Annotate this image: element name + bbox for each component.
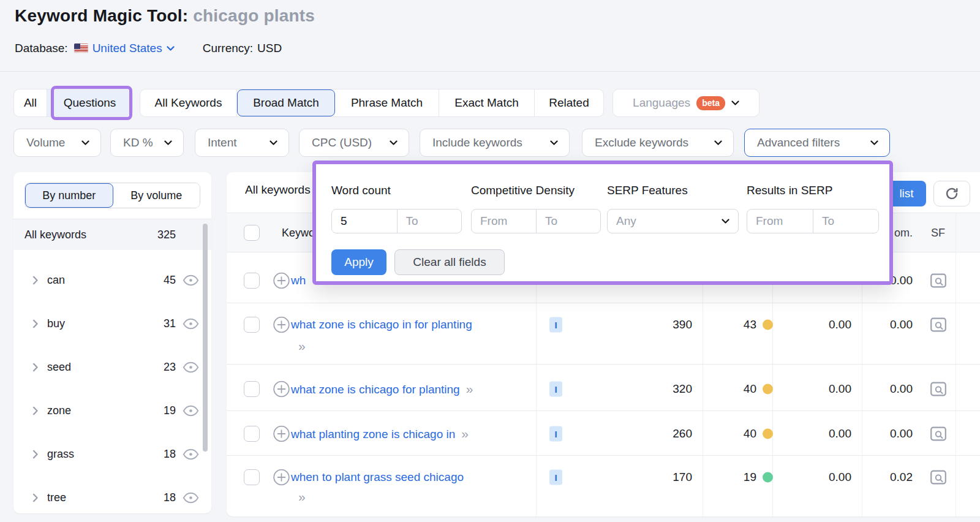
eye-icon[interactable] [183, 448, 199, 460]
sidebar-sort-toggle: By number By volume [24, 183, 200, 208]
eye-icon[interactable] [183, 274, 199, 286]
sidebar-item-zone[interactable]: zone 19 [13, 393, 211, 428]
com-value: 0.00 [851, 382, 913, 396]
sidebar-item-can[interactable]: can 45 [13, 263, 211, 297]
chevron-down-icon [731, 100, 739, 106]
beta-badge: beta [696, 96, 725, 110]
results-in-serp-label: Results in SERP [747, 184, 832, 197]
sidebar-item-all-keywords[interactable]: All keywords 325 [13, 219, 211, 250]
database-value: United States [92, 42, 162, 55]
serp-preview-icon[interactable] [930, 317, 947, 333]
add-keyword-icon[interactable] [273, 381, 290, 398]
add-keyword-icon[interactable] [273, 426, 290, 442]
keyword-link[interactable]: when to plant grass seed chicago [291, 471, 464, 484]
filter-include-keywords[interactable]: Include keywords [420, 129, 570, 157]
filter-advanced-filters[interactable]: Advanced filters [744, 129, 890, 157]
keyword-link[interactable]: what zone is chicago for planting» [291, 382, 471, 396]
expand-keyword-icon[interactable]: » [298, 339, 304, 354]
chevron-right-icon[interactable] [32, 493, 39, 502]
row-checkbox[interactable] [244, 317, 260, 333]
apply-button[interactable]: Apply [331, 249, 386, 275]
results-in-serp-range [747, 209, 879, 233]
add-keyword-icon[interactable] [273, 273, 290, 289]
tab-phrase-match[interactable]: Phrase Match [335, 89, 439, 116]
results-in-serp-from-input[interactable] [747, 210, 813, 233]
clear-all-fields-button[interactable]: Clear all fields [394, 249, 505, 275]
sidebar-item-grass[interactable]: grass 18 [13, 437, 211, 471]
serp-features-select[interactable]: Any [607, 209, 739, 233]
com-value: 0.00 [851, 318, 913, 331]
us-flag-icon [74, 44, 88, 53]
chevron-down-icon [714, 140, 722, 146]
page-title-text: Keyword Magic Tool: [15, 6, 188, 25]
eye-icon[interactable] [183, 492, 199, 504]
tab-questions[interactable]: Questions [47, 89, 132, 116]
eye-icon[interactable] [183, 405, 199, 417]
select-all-checkbox[interactable] [244, 225, 260, 241]
filter-cpc[interactable]: CPC (USD) [299, 129, 409, 157]
filter-intent[interactable]: Intent [195, 129, 289, 157]
chevron-down-icon [270, 140, 277, 146]
filter-volume[interactable]: Volume [13, 129, 101, 157]
sidebar-item-buy[interactable]: buy 31 [13, 306, 211, 341]
intent-badge: I [549, 426, 562, 442]
advanced-filters-panel: Word count Competitive Density SERP Feat… [312, 161, 893, 285]
volume-value: 260 [619, 427, 692, 441]
serp-preview-icon[interactable] [930, 470, 947, 485]
tab-broad-match[interactable]: Broad Match [237, 89, 335, 116]
expand-keyword-icon[interactable]: » [298, 490, 304, 504]
chevron-right-icon[interactable] [32, 406, 39, 415]
kd-difficulty-dot [763, 429, 773, 439]
database-label: Database: [15, 42, 68, 55]
toggle-by-volume[interactable]: By volume [113, 183, 200, 208]
keyword-link[interactable]: what zone is chicago in for planting [291, 318, 472, 331]
tab-all-keywords[interactable]: All Keywords [140, 89, 237, 116]
keyword-link[interactable]: what planting zone is chicago in» [291, 426, 467, 441]
intent-badge: I [549, 317, 562, 333]
database-selector[interactable]: United States [74, 42, 175, 55]
table-row: what zone is chicago in for planting » I… [227, 303, 980, 365]
sidebar-item-seed[interactable]: seed 23 [13, 350, 211, 384]
kd-difficulty-dot [763, 320, 773, 330]
tab-exact-match[interactable]: Exact Match [439, 89, 535, 116]
tab-related[interactable]: Related [535, 89, 603, 116]
sidebar-item-tree[interactable]: tree 18 [13, 480, 211, 515]
results-in-serp-to-input[interactable] [813, 210, 878, 233]
refresh-button[interactable] [933, 181, 970, 206]
row-checkbox[interactable] [244, 381, 260, 397]
word-count-to-input[interactable] [397, 210, 462, 233]
eye-icon[interactable] [183, 361, 199, 373]
eye-icon[interactable] [183, 318, 199, 330]
expand-keyword-icon[interactable]: » [466, 382, 472, 396]
keyword-link[interactable]: wh [291, 274, 306, 287]
competitive-density-from-input[interactable] [472, 210, 536, 233]
serp-preview-icon[interactable] [930, 273, 947, 289]
row-checkbox[interactable] [244, 426, 260, 442]
chevron-right-icon[interactable] [32, 363, 39, 372]
row-checkbox[interactable] [244, 273, 260, 289]
competitive-density-to-input[interactable] [536, 210, 600, 233]
chevron-right-icon[interactable] [32, 276, 39, 285]
add-keyword-icon[interactable] [273, 317, 290, 333]
competitive-density-label: Competitive Density [471, 184, 575, 197]
languages-dropdown[interactable]: Languages beta [612, 89, 760, 117]
toggle-by-number[interactable]: By number [25, 183, 113, 208]
word-count-from-input[interactable] [332, 210, 397, 233]
volume-value: 390 [619, 318, 692, 331]
chevron-right-icon[interactable] [32, 450, 39, 459]
column-header-sf[interactable]: SF [931, 226, 945, 239]
sidebar-scrollbar[interactable] [203, 224, 208, 452]
add-keyword-icon[interactable] [273, 469, 290, 486]
chevron-right-icon[interactable] [32, 319, 39, 328]
expand-keyword-icon[interactable]: » [461, 426, 467, 441]
row-checkbox[interactable] [244, 469, 260, 485]
tab-all[interactable]: All [14, 89, 47, 116]
filter-kd[interactable]: KD % [110, 129, 184, 157]
chevron-down-icon [164, 140, 172, 146]
table-tab-all-keywords[interactable]: All keywords [245, 183, 311, 197]
serp-preview-icon[interactable] [930, 426, 947, 442]
filter-exclude-keywords[interactable]: Exclude keywords [582, 129, 734, 157]
serp-features-label: SERP Features [607, 184, 688, 197]
kd-difficulty-dot [763, 472, 773, 483]
serp-preview-icon[interactable] [930, 382, 947, 397]
